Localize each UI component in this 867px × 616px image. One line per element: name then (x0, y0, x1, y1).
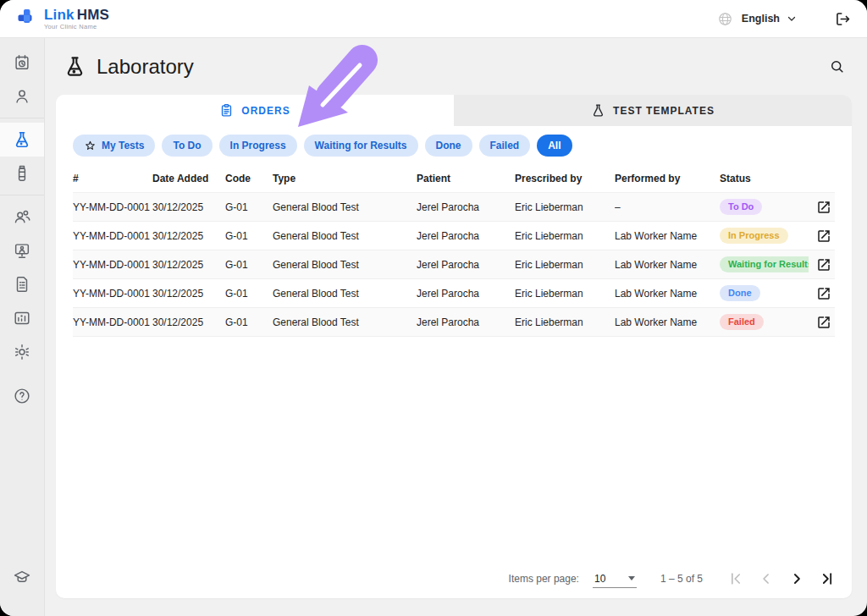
cell-code: G-01 (225, 308, 273, 337)
filter-chip-all[interactable]: All (537, 135, 572, 157)
col-header-date-added: Date Added (152, 164, 225, 193)
person-icon (13, 87, 31, 106)
cell-prescribed-by: Eric Lieberman (515, 193, 615, 222)
cell-performed-by: – (615, 193, 720, 222)
cell-patient: Jerel Parocha (417, 308, 515, 337)
medical-cross-logo-icon (15, 8, 37, 30)
pagination-bar: Items per page: 10 1 – 5 of 5 (56, 559, 852, 598)
cell-performed-by: Lab Worker Name (615, 250, 720, 279)
open-order-button[interactable] (809, 228, 831, 244)
orders-table: # Date Added Code Type Patient Prescribe… (73, 164, 835, 337)
search-button[interactable] (829, 58, 845, 74)
first-page-button[interactable] (725, 568, 747, 590)
sidebar-item-staff[interactable] (0, 200, 44, 234)
cell-type: General Blood Test (273, 308, 417, 337)
sidebar (0, 38, 45, 616)
status-badge: Failed (720, 314, 764, 330)
filter-chip-done[interactable]: Done (425, 135, 472, 157)
sidebar-item-patients[interactable] (0, 80, 44, 113)
open-order-button[interactable] (809, 200, 831, 215)
sidebar-item-laboratory[interactable] (0, 123, 44, 157)
filter-chip-label: My Tests (102, 140, 144, 151)
filter-chip-my-tests[interactable]: My Tests (73, 135, 155, 157)
cell-performed-by: Lab Worker Name (615, 308, 720, 337)
sidebar-item-workstation[interactable] (0, 234, 44, 267)
brand-name-link: Link (44, 7, 75, 23)
filter-chip-label: All (548, 140, 561, 151)
chevron-down-icon (787, 14, 797, 24)
sidebar-item-pharmacy[interactable] (0, 157, 44, 190)
cell-date-added: 30/12/2025 (152, 193, 225, 222)
logout-button[interactable] (834, 10, 852, 28)
orders-table-wrap: # Date Added Code Type Patient Prescribe… (56, 162, 852, 337)
globe-icon (717, 11, 733, 27)
next-page-button[interactable] (786, 568, 808, 590)
last-page-icon (819, 570, 836, 587)
cell-order-id: YY-MM-DD-0001 (73, 308, 152, 337)
open-in-new-icon (816, 228, 831, 244)
filter-chip-waiting-for-results[interactable]: Waiting for Results (304, 135, 418, 157)
dropdown-caret-icon (628, 576, 635, 580)
cell-prescribed-by: Eric Lieberman (515, 250, 615, 279)
cell-performed-by: Lab Worker Name (615, 222, 720, 250)
items-per-page-label: Items per page: (509, 573, 579, 585)
cell-patient: Jerel Parocha (417, 193, 515, 222)
table-row: YY-MM-DD-0001 30/12/2025 G-01 General Bl… (73, 222, 835, 250)
table-header-row: # Date Added Code Type Patient Prescribe… (73, 164, 835, 193)
status-filter-chips: My Tests To Do In Progress Waiting for R… (56, 126, 852, 162)
cell-date-added: 30/12/2025 (152, 250, 225, 279)
open-order-button[interactable] (809, 257, 831, 272)
sidebar-item-education[interactable] (0, 560, 44, 594)
status-badge: In Progress (720, 228, 788, 244)
cell-performed-by: Lab Worker Name (615, 279, 720, 308)
tab-test-templates[interactable]: TEST TEMPLATES (454, 95, 852, 126)
chevron-right-icon (788, 570, 805, 587)
previous-page-button[interactable] (755, 568, 777, 590)
tab-test-templates-label: TEST TEMPLATES (613, 105, 715, 117)
page-title: Laboratory (97, 55, 194, 79)
sidebar-item-analytics[interactable] (0, 301, 44, 335)
table-row: YY-MM-DD-0001 30/12/2025 G-01 General Bl… (73, 193, 835, 222)
tab-orders[interactable]: ORDERS (56, 95, 454, 126)
cell-order-id: YY-MM-DD-0001 (73, 250, 152, 279)
graduation-cap-icon (13, 568, 31, 586)
items-per-page-select[interactable]: 10 (593, 570, 637, 588)
col-header-number: # (73, 164, 152, 193)
sidebar-item-billing[interactable] (0, 267, 44, 301)
flask-icon (591, 103, 605, 118)
cell-date-added: 30/12/2025 (152, 222, 225, 250)
open-order-button[interactable] (809, 286, 831, 301)
filter-chip-label: Failed (490, 140, 520, 151)
cell-code: G-01 (225, 279, 273, 308)
help-circle-icon (13, 387, 31, 405)
laboratory-flask-icon (64, 55, 86, 78)
cell-prescribed-by: Eric Lieberman (515, 308, 615, 337)
last-page-button[interactable] (816, 568, 838, 590)
language-selector[interactable]: English (742, 13, 797, 25)
cell-type: General Blood Test (273, 222, 417, 250)
sidebar-item-schedule[interactable] (0, 46, 44, 80)
sidebar-item-help[interactable] (0, 379, 44, 413)
col-header-actions (809, 164, 835, 193)
col-header-performed-by: Performed by (615, 164, 720, 193)
bar-chart-icon (13, 309, 31, 327)
open-in-new-icon (816, 286, 831, 301)
star-icon (84, 140, 97, 152)
invoice-document-icon (13, 275, 31, 294)
cell-date-added: 30/12/2025 (152, 279, 225, 308)
sidebar-item-settings[interactable] (0, 335, 44, 369)
pagination-range: 1 – 5 of 5 (660, 573, 703, 585)
tab-orders-label: ORDERS (241, 105, 290, 117)
language-label: English (742, 13, 780, 25)
filter-chip-failed[interactable]: Failed (479, 135, 531, 157)
tab-bar: ORDERS TEST TEMPLATES (56, 95, 852, 126)
brand-logo[interactable]: LinkHMS Your Clinic Name (15, 8, 109, 30)
filter-chip-to-do[interactable]: To Do (162, 135, 212, 157)
medicine-bottle-icon (13, 164, 31, 183)
filter-chip-in-progress[interactable]: In Progress (219, 135, 297, 157)
open-order-button[interactable] (809, 315, 831, 330)
main-content: Laboratory (45, 38, 867, 616)
cell-prescribed-by: Eric Lieberman (515, 222, 615, 250)
cell-order-id: YY-MM-DD-0001 (73, 279, 152, 308)
items-per-page-value: 10 (594, 573, 605, 585)
